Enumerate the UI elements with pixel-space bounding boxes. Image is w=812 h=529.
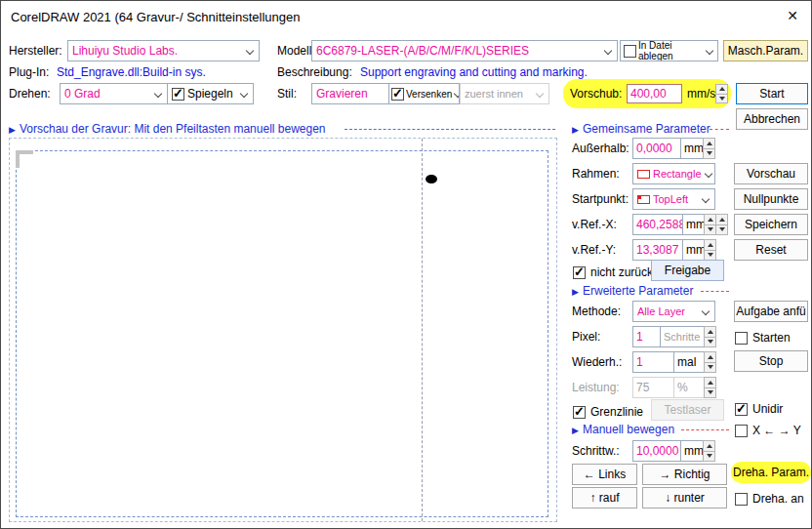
hersteller-label: Hersteller:	[9, 40, 62, 61]
leistung-label: Leistung:	[572, 377, 620, 398]
unit-text: %	[677, 381, 688, 394]
chevron-down-icon[interactable]	[706, 47, 714, 56]
window-title: CorelDRAW 2021 (64 Gravur-/ Schnitteinst…	[11, 10, 301, 24]
methode-select[interactable]: Alle Layer	[632, 301, 715, 322]
section-arrow-icon: ▶	[572, 123, 579, 137]
drehen-label: Drehen:	[9, 83, 51, 104]
move-up-button[interactable]: ↑ rauf	[572, 487, 637, 509]
section-rule	[710, 129, 729, 130]
plugin-label: Plug-In:	[9, 64, 49, 80]
stil-value: Gravieren	[316, 87, 368, 101]
spiegeln-checkbox[interactable]	[172, 88, 184, 101]
startpunkt-label: Startpunkt:	[572, 188, 629, 210]
move-right-button[interactable]: → Richtig	[642, 464, 727, 485]
schrittw-input[interactable]: 10,0000	[632, 440, 681, 462]
plugin-value: Std_Engrave.dll:Build-in sys.	[57, 64, 206, 80]
spin-down-icon[interactable]	[715, 94, 728, 104]
engraving-preview[interactable]	[9, 138, 557, 522]
title-bar: CorelDRAW 2021 (64 Gravur-/ Schnitteinst…	[1, 1, 811, 32]
spin-down-icon[interactable]	[715, 224, 728, 236]
vorschau-button[interactable]: Vorschau	[734, 163, 808, 184]
nicht-zurueck-checkbox[interactable]	[573, 266, 586, 279]
in-datei-label: In Datei ablegen	[638, 40, 704, 61]
manual-section-header: Manuell bewegen	[583, 423, 674, 436]
stop-button[interactable]: Stop	[734, 350, 808, 372]
vrefy-spinner[interactable]	[704, 239, 716, 261]
rahmen-value: Rectangle	[653, 168, 702, 180]
schrittw-spinner[interactable]	[703, 440, 715, 462]
vorschub-unit: mm/s	[687, 83, 715, 104]
vrefx-value: 460,2588	[636, 218, 683, 231]
stil-select[interactable]: Gravieren	[311, 83, 389, 104]
preview-bounds-rect	[16, 150, 548, 517]
spin-down-icon[interactable]	[704, 387, 716, 399]
speichern-button[interactable]: Speichern	[734, 214, 808, 235]
unit-text: mm	[686, 218, 705, 231]
chevron-down-icon[interactable]	[240, 90, 249, 99]
starten-checkbox[interactable]	[735, 332, 748, 345]
chevron-down-icon	[154, 90, 163, 99]
vrefy-input[interactable]: 13,3087	[632, 239, 683, 261]
move-left-button[interactable]: ← Links	[572, 464, 637, 485]
leistung-unit: %	[673, 377, 705, 398]
schrittw-label: Schrittw.:	[572, 440, 620, 462]
vorschub-spinner[interactable]	[715, 84, 728, 103]
vrefx-unit: mm	[682, 214, 705, 235]
drehen-value: 0 Grad	[64, 87, 101, 101]
vorschub-input[interactable]: 400,00	[627, 84, 682, 103]
drehen-select[interactable]: 0 Grad	[60, 83, 168, 104]
wiederh-input[interactable]: 1	[632, 351, 674, 373]
versenken-checkbox[interactable]	[391, 88, 404, 101]
leistung-input: 75	[632, 377, 674, 398]
wiederh-spinner[interactable]	[704, 351, 716, 373]
modell-select[interactable]: 6C6879-LASER-(A/B/C/M/F/K/L)SERIES	[311, 40, 618, 61]
reset-button[interactable]: Reset	[734, 239, 808, 261]
section-arrow-icon: ▶	[9, 123, 16, 137]
in-datei-checkbox[interactable]	[624, 45, 636, 58]
dreha-an-row: Dreha. an	[735, 490, 804, 508]
engraving-dot	[426, 175, 437, 183]
pixel-input[interactable]: 1	[632, 326, 661, 347]
xy-swap-checkbox[interactable]	[735, 425, 748, 437]
unidir-row: Unidir	[735, 400, 783, 418]
spin-down-icon[interactable]	[703, 451, 715, 463]
move-down-button[interactable]: ↓ runter	[642, 487, 727, 509]
starten-label: Starten	[752, 331, 791, 345]
startpunkt-select[interactable]: TopLeft	[632, 188, 715, 210]
abbrechen-button[interactable]: Abbrechen	[736, 108, 808, 130]
vrefx-spinner-2[interactable]	[715, 214, 728, 235]
spin-down-icon[interactable]	[703, 148, 715, 160]
testlaser-button: Testlaser	[651, 399, 724, 421]
unit-text: mm	[684, 444, 704, 458]
unidir-checkbox[interactable]	[735, 403, 748, 416]
grenzlinie-label: Grenzlinie	[590, 405, 643, 419]
close-icon[interactable]: ✕	[787, 8, 798, 23]
ausserhalb-input[interactable]: 0,0000	[632, 138, 681, 159]
nicht-zurueck-label: nicht zurück	[590, 265, 653, 279]
methode-label: Methode:	[572, 301, 621, 322]
freigabe-button[interactable]: Freigabe	[651, 260, 724, 281]
ausserhalb-spinner[interactable]	[703, 138, 715, 159]
leistung-spinner[interactable]	[704, 377, 716, 398]
grenzlinie-row: Grenzlinie	[573, 403, 643, 421]
origin-corner-marker	[16, 150, 33, 168]
hersteller-select[interactable]: Lihuiyu Studio Labs.	[67, 40, 260, 61]
masch-param-button[interactable]: Masch.Param.	[723, 40, 808, 61]
grenzlinie-checkbox[interactable]	[573, 406, 586, 419]
spin-down-icon[interactable]	[704, 337, 716, 348]
chevron-down-icon	[705, 170, 713, 179]
ausserhalb-label: Außerhalb:	[572, 138, 629, 159]
unit-text: mal	[677, 355, 696, 369]
rahmen-select[interactable]: Rectangle	[632, 163, 715, 184]
aufgabe-button[interactable]: Aufgabe anfü	[734, 301, 808, 322]
versenken-group: Versenken	[388, 83, 460, 104]
rahmen-label: Rahmen:	[572, 163, 620, 184]
pixel-spinner[interactable]	[704, 326, 716, 347]
dreha-an-checkbox[interactable]	[735, 493, 748, 506]
dreha-param-button[interactable]: Dreha. Param.	[731, 462, 811, 483]
spin-down-icon[interactable]	[704, 362, 716, 374]
start-button[interactable]: Start	[736, 83, 808, 104]
nullpunkte-button[interactable]: Nullpunkte	[734, 188, 808, 210]
startpunkt-value: TopLeft	[653, 193, 688, 205]
vrefx-input[interactable]: 460,2588	[632, 214, 683, 235]
